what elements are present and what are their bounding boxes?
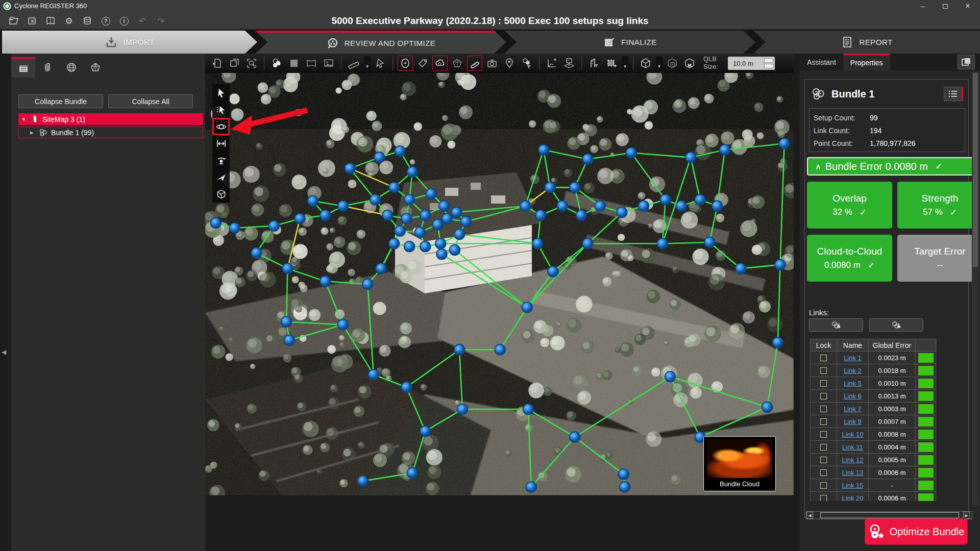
- setup-node[interactable]: [495, 344, 505, 355]
- scroll-left-arrow[interactable]: ◀: [806, 512, 813, 519]
- setup-node[interactable]: [557, 201, 568, 211]
- bundle-filter-icon[interactable]: [519, 56, 534, 71]
- setup-node[interactable]: [665, 371, 675, 382]
- tab-report[interactable]: REPORT: [753, 31, 980, 54]
- cube-dropdown-caret[interactable]: ▼: [656, 56, 663, 70]
- setup-node[interactable]: [538, 144, 549, 155]
- setup-node[interactable]: [432, 219, 443, 230]
- setup-node[interactable]: [426, 188, 436, 199]
- pan-icon[interactable]: [213, 136, 229, 151]
- export-setup-icon[interactable]: [209, 56, 225, 71]
- setup-node[interactable]: [779, 138, 790, 149]
- setup-node[interactable]: [229, 222, 240, 233]
- qlb-size-input[interactable]: 10.0 m: [728, 57, 775, 70]
- setup-node[interactable]: [582, 238, 593, 249]
- setup-node[interactable]: [535, 210, 546, 221]
- setup-node[interactable]: [582, 154, 593, 164]
- lock-column-header[interactable]: Lock: [811, 339, 837, 352]
- setup-node[interactable]: [676, 201, 687, 211]
- setup-node[interactable]: [404, 241, 415, 252]
- overlap-tile[interactable]: Overlap 32 %✓: [807, 182, 892, 229]
- camera-icon[interactable]: [484, 56, 500, 71]
- setup-node[interactable]: [454, 229, 465, 240]
- target-icon[interactable]: [398, 56, 413, 71]
- link-lock-checkbox[interactable]: [820, 495, 827, 502]
- panel-toggle-icon[interactable]: [958, 55, 975, 69]
- setup-node[interactable]: [401, 213, 412, 224]
- setup-node[interactable]: [522, 302, 532, 313]
- add-coordinate-icon[interactable]: [544, 56, 559, 71]
- setup-node[interactable]: [345, 163, 355, 174]
- fill-square-icon[interactable]: [286, 56, 302, 71]
- cube-measure-icon[interactable]: M: [682, 56, 697, 71]
- ruler-dropdown-caret[interactable]: ▼: [364, 56, 371, 70]
- link-name-link[interactable]: Link 12: [842, 456, 864, 464]
- link-name-link[interactable]: Link 9: [844, 418, 862, 425]
- zoom-fit-icon[interactable]: [244, 56, 259, 71]
- select-cursor-icon[interactable]: [213, 85, 229, 101]
- tab-properties[interactable]: Properties: [843, 54, 890, 70]
- setup-node[interactable]: [704, 237, 715, 248]
- multi-select-icon[interactable]: [213, 102, 229, 117]
- pick-point-icon[interactable]: [373, 56, 388, 71]
- tree-expand-caret[interactable]: ▶: [30, 130, 35, 135]
- setup-node[interactable]: [376, 263, 386, 274]
- setup-node[interactable]: [442, 213, 452, 224]
- unlock-links-button[interactable]: [869, 318, 923, 332]
- setup-node[interactable]: [657, 238, 668, 249]
- setup-node[interactable]: [620, 482, 630, 492]
- setup-node[interactable]: [320, 276, 331, 287]
- setup-node[interactable]: [526, 482, 536, 492]
- setup-node[interactable]: [404, 194, 415, 205]
- view-cube-icon[interactable]: [638, 56, 653, 71]
- setup-node[interactable]: [736, 263, 746, 274]
- setup-node[interactable]: [451, 207, 462, 218]
- link-lock-checkbox[interactable]: [820, 367, 827, 374]
- setup-node[interactable]: [251, 247, 262, 258]
- setup-node[interactable]: [617, 207, 627, 218]
- minimize-button[interactable]: –: [912, 0, 934, 12]
- link-edit-icon[interactable]: [467, 56, 482, 71]
- setup-node[interactable]: [337, 319, 348, 330]
- panorama-icon[interactable]: [304, 56, 319, 71]
- setup-node[interactable]: [626, 147, 636, 158]
- link-name-link[interactable]: Link 5: [844, 380, 862, 387]
- setup-node[interactable]: [435, 238, 446, 249]
- globe-icon[interactable]: [59, 57, 83, 78]
- setup-node[interactable]: [439, 201, 450, 211]
- selection-dropdown-caret[interactable]: ▼: [622, 56, 628, 70]
- orbit-icon[interactable]: [213, 119, 229, 134]
- geotag-pin-icon[interactable]: [502, 56, 517, 71]
- mesh-icon[interactable]: [450, 56, 465, 71]
- scroll-right-arrow[interactable]: ▶: [963, 512, 970, 519]
- point-cloud-viewport[interactable]: Bundle Cloud: [205, 73, 794, 495]
- link-lock-checkbox[interactable]: [820, 431, 827, 438]
- scrollbar-thumb[interactable]: [973, 73, 978, 267]
- project-explorer-icon[interactable]: [11, 57, 35, 78]
- setup-node[interactable]: [660, 194, 671, 205]
- link-lock-checkbox[interactable]: [820, 393, 827, 399]
- link-name-link[interactable]: Link 11: [842, 443, 863, 451]
- setup-node[interactable]: [358, 475, 369, 486]
- cloud-icon[interactable]: [432, 56, 448, 71]
- setup-node[interactable]: [320, 210, 331, 221]
- attachments-icon[interactable]: [35, 57, 59, 78]
- setup-node[interactable]: [389, 238, 400, 249]
- link-lock-checkbox[interactable]: [820, 469, 827, 476]
- tab-assistant[interactable]: Assistant: [800, 54, 843, 70]
- setup-node[interactable]: [772, 337, 783, 348]
- setup-node[interactable]: [407, 468, 418, 479]
- link-name-link[interactable]: Link 15: [842, 482, 864, 489]
- setup-node[interactable]: [695, 194, 705, 205]
- link-name-link[interactable]: Link 6: [844, 392, 862, 400]
- tree-expand-caret[interactable]: ▼: [21, 117, 27, 122]
- setup-node[interactable]: [281, 316, 292, 327]
- setup-node[interactable]: [457, 404, 468, 415]
- setup-node[interactable]: [282, 263, 293, 274]
- link-lock-checkbox[interactable]: [820, 457, 827, 463]
- link-lock-checkbox[interactable]: [820, 418, 827, 425]
- bundle-cloud-thumbnail[interactable]: Bundle Cloud: [703, 436, 776, 491]
- name-column-header[interactable]: Name: [837, 339, 869, 352]
- link-lock-checkbox[interactable]: [820, 482, 827, 489]
- setup-node[interactable]: [368, 369, 379, 380]
